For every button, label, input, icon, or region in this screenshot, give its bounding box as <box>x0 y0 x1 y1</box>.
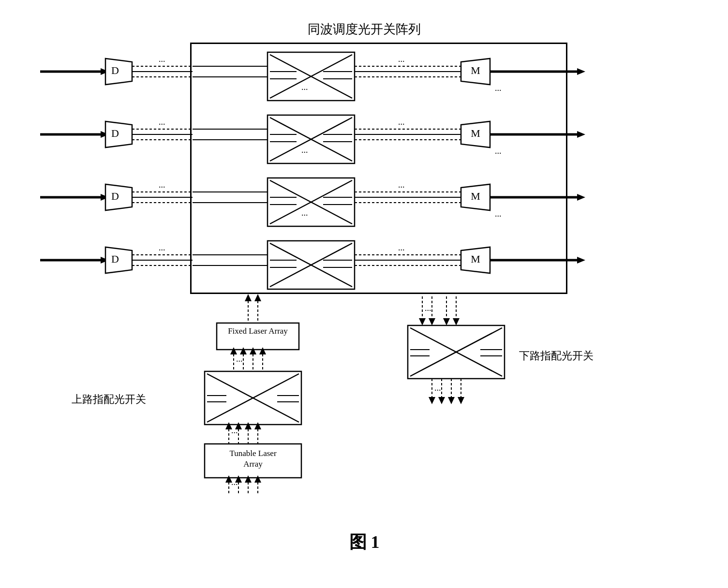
diagram-title: 同波调度光开关阵列 <box>308 21 421 38</box>
svg-marker-118 <box>240 347 247 354</box>
svg-rect-110 <box>217 323 299 350</box>
svg-text:Tunable Laser: Tunable Laser <box>229 449 276 458</box>
svg-line-123 <box>207 374 299 422</box>
svg-marker-134 <box>235 422 242 429</box>
svg-marker-136 <box>254 422 261 429</box>
svg-text:D: D <box>111 190 119 202</box>
svg-marker-96 <box>577 68 585 75</box>
svg-marker-171 <box>438 397 445 404</box>
svg-line-122 <box>207 374 299 422</box>
svg-text:下路指配光开关: 下路指配光开关 <box>519 350 594 362</box>
svg-marker-170 <box>429 397 435 404</box>
svg-text:···: ··· <box>425 306 431 315</box>
svg-text:Fixed Laser Array: Fixed Laser Array <box>228 326 288 336</box>
svg-text:···: ··· <box>159 182 165 192</box>
svg-marker-7 <box>101 257 109 264</box>
svg-marker-12 <box>105 184 132 210</box>
svg-marker-154 <box>429 318 435 325</box>
svg-marker-120 <box>259 347 266 354</box>
svg-marker-100 <box>577 194 585 201</box>
svg-marker-1 <box>101 68 109 75</box>
svg-text:图 1: 图 1 <box>349 532 379 552</box>
svg-marker-3 <box>101 131 109 138</box>
svg-marker-102 <box>577 257 585 264</box>
svg-text:···: ··· <box>231 428 238 438</box>
svg-marker-133 <box>225 422 232 429</box>
svg-text:Array: Array <box>243 459 263 469</box>
svg-marker-148 <box>254 475 261 483</box>
svg-line-160 <box>410 328 502 376</box>
svg-line-159 <box>410 328 502 376</box>
svg-marker-14 <box>105 247 132 273</box>
svg-marker-5 <box>101 194 109 201</box>
svg-marker-109 <box>254 294 261 301</box>
svg-text:···: ··· <box>231 480 238 489</box>
svg-marker-8 <box>105 59 132 85</box>
svg-marker-156 <box>453 318 460 325</box>
svg-marker-98 <box>577 131 585 138</box>
svg-marker-117 <box>230 347 237 354</box>
svg-text:···: ··· <box>159 119 165 129</box>
svg-marker-10 <box>105 121 132 147</box>
svg-marker-173 <box>458 397 464 404</box>
svg-text:···: ··· <box>159 57 165 66</box>
svg-marker-145 <box>225 475 232 483</box>
svg-marker-172 <box>448 397 455 404</box>
svg-text:···: ··· <box>159 245 165 255</box>
svg-text:···: ··· <box>434 385 441 395</box>
diagram: 同波调度光开关阵列 D D D D ··· <box>26 16 703 572</box>
svg-text:D: D <box>111 127 119 139</box>
svg-text:D: D <box>111 64 119 76</box>
svg-text:D: D <box>111 253 119 265</box>
svg-marker-153 <box>419 318 426 325</box>
svg-rect-158 <box>408 325 505 379</box>
svg-marker-146 <box>235 475 242 483</box>
svg-marker-155 <box>443 318 450 325</box>
svg-marker-135 <box>245 422 252 429</box>
svg-marker-147 <box>245 475 252 483</box>
svg-rect-137 <box>205 444 301 478</box>
svg-marker-119 <box>250 347 256 354</box>
svg-marker-108 <box>245 294 252 301</box>
main-switch-box <box>190 43 567 294</box>
svg-text:···: ··· <box>236 356 243 366</box>
svg-text:上路指配光开关: 上路指配光开关 <box>72 393 146 405</box>
svg-rect-121 <box>205 371 301 425</box>
